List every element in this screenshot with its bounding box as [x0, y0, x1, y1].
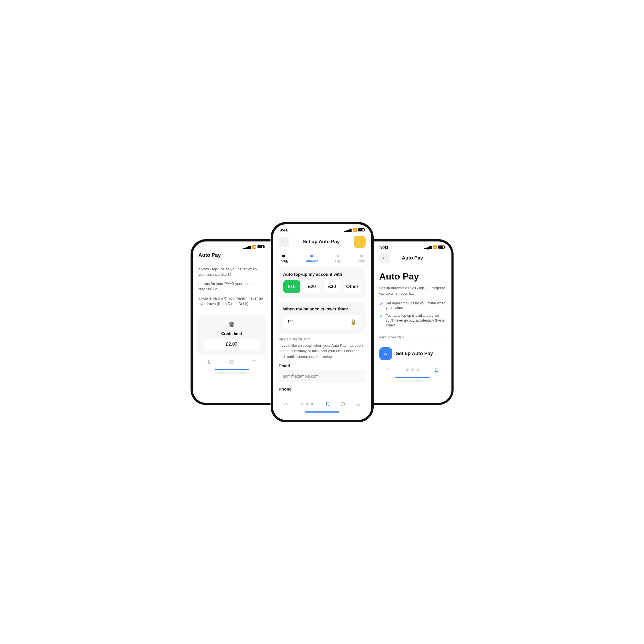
setup-auto-pay-button[interactable]: ∞ Set up Auto Pay: [374, 344, 451, 363]
left-page-title: Auto Pay: [199, 252, 221, 258]
auto-pay-title: Auto Pay: [379, 271, 446, 282]
bottom-nav-right: ⌂ ⚬⚬⚬ £: [374, 363, 451, 378]
step-label-energy: Energy: [279, 259, 289, 263]
status-bar-right: 9:41 ▂▄▆ 📶: [374, 241, 451, 251]
step-line-1: [288, 256, 306, 256]
trash-icon[interactable]: 🗑: [228, 320, 235, 328]
main-content-center: Auto top-up my account with: £10 £20 £30…: [273, 265, 371, 398]
signal-left: ▂▄▆: [243, 245, 251, 249]
topup-card-title: Auto top-up my account with:: [283, 272, 361, 277]
check-item-1: ✓ Set repeat top-ups for yo... meter whe…: [379, 301, 446, 311]
lock-icon: 🔒: [350, 319, 356, 325]
nav-title-center: Set up Auto Pay: [303, 239, 340, 245]
signal-right: ▂▄▆: [424, 245, 432, 249]
bottom-nav-left: £ ⊙ ≡: [193, 355, 271, 370]
setup-btn-icon: ∞: [379, 347, 392, 360]
nav-icon-pound-left[interactable]: £: [207, 358, 211, 366]
email-input[interactable]: [279, 370, 366, 383]
nav-icon-help-left[interactable]: ⊙: [229, 358, 234, 366]
check-item-2: ✓ Your auto top-up is paid ... card, so …: [379, 313, 446, 328]
phone-left: ▂▄▆ 📶 Auto Pay c PAYG top-ups so you nev…: [191, 239, 271, 405]
phone-right: 9:41 ▂▄▆ 📶 ← Auto Pay Auto Pay Set up au…: [374, 239, 454, 405]
nav-left: Auto Pay: [193, 250, 271, 261]
auto-pay-desc: Set up automatic PAYG top-u... forget to…: [379, 285, 446, 296]
step-dot-amount: [310, 255, 313, 257]
lightning-icon: ⚡: [356, 238, 363, 245]
battery-center: [358, 228, 364, 231]
nav-center: ← Set up Auto Pay ⚡: [273, 233, 371, 250]
nav-icon-pound-center[interactable]: £: [326, 401, 329, 408]
check-text-2: Your auto top-up is paid ... card, so yo…: [386, 313, 446, 328]
email-label: Email: [279, 363, 366, 368]
nav-icon-home-center[interactable]: ⌂: [284, 401, 288, 408]
status-bar-left: ▂▄▆ 📶: [193, 241, 271, 250]
wifi-center: 📶: [353, 228, 357, 232]
progress-steps: Energy Amount Pay Done: [273, 250, 371, 265]
left-body2: op-ups for your PAYG your balance reache…: [199, 281, 265, 292]
balance-input[interactable]: £2 🔒: [283, 315, 361, 329]
step-energy: Energy: [279, 255, 289, 263]
status-icons-center: ▂▄▆ 📶: [344, 228, 364, 232]
step-dot-energy: [282, 255, 285, 257]
phone-center: 9:41 ▂▄▆ 📶 ← Set up Auto Pay ⚡ Energy: [271, 222, 374, 422]
nav-icon-home-right[interactable]: ⌂: [387, 366, 390, 374]
checkmark-2: ✓: [379, 314, 383, 319]
step-label-pay: Pay: [335, 259, 340, 263]
step-label-done: Done: [358, 259, 365, 263]
receipt-text: If you'd like a receipt when your Auto P…: [279, 343, 366, 360]
credit-label: Credit limit: [221, 331, 242, 336]
bottom-nav-center: ⌂ ⚬⚬⚬ £ ⊙ ≡: [273, 398, 371, 413]
wifi-right: 📶: [433, 245, 437, 249]
setup-btn-label: Set up Auto Pay: [396, 351, 433, 356]
check-text-1: Set repeat top-ups for yo... meter when …: [386, 301, 446, 311]
nav-icon-help-center[interactable]: ⊙: [340, 401, 345, 408]
step-pay: Pay: [335, 255, 340, 263]
amount-btn-10[interactable]: £10: [283, 280, 301, 293]
balance-value: £2: [288, 319, 293, 324]
topup-card: Auto top-up my account with: £10 £20 £30…: [279, 267, 366, 298]
step-dot-done: [360, 255, 363, 257]
scene: ▂▄▆ 📶 Auto Pay c PAYG top-ups so you nev…: [165, 222, 479, 422]
nav-title-right: Auto Pay: [402, 255, 423, 261]
wifi-left: 📶: [252, 245, 256, 249]
checkmark-1: ✓: [379, 301, 383, 307]
battery-left: [257, 245, 264, 248]
checklist: ✓ Set repeat top-ups for yo... meter whe…: [379, 301, 446, 328]
left-body1: c PAYG top-ups so you never when your ba…: [199, 266, 265, 278]
nav-icon-nodes-right[interactable]: ⚬⚬⚬: [405, 366, 420, 374]
status-icons-right: ▂▄▆ 📶: [424, 245, 445, 249]
credit-value: £2.00: [203, 339, 260, 350]
balance-card: When my balance is lower than: £2 🔒: [279, 302, 366, 334]
left-body3: op-up is paid with your bank ll never go…: [199, 296, 265, 307]
step-label-amount: Amount: [306, 259, 318, 263]
step-dot-pay: [336, 255, 339, 257]
nav-icon-pound-right[interactable]: £: [435, 366, 438, 374]
infinity-icon: ∞: [384, 351, 387, 357]
amount-options: £10 £20 £30 Other: [283, 280, 361, 293]
lightning-button[interactable]: ⚡: [354, 236, 366, 248]
left-text-block: c PAYG top-ups so you never when your ba…: [193, 261, 271, 315]
balance-card-title: When my balance is lower than:: [283, 306, 361, 311]
time-right: 9:41: [381, 245, 389, 249]
nav-right: ← Auto Pay: [374, 251, 451, 265]
amount-btn-20[interactable]: £20: [303, 280, 321, 293]
nav-icon-menu-left[interactable]: ≡: [252, 358, 256, 366]
back-button-center[interactable]: ←: [279, 237, 289, 247]
time-center: 9:41: [280, 228, 288, 232]
amount-btn-other[interactable]: Other: [344, 280, 361, 293]
get-started-label: GET STARTED: [374, 336, 451, 339]
step-amount: Amount: [306, 255, 318, 263]
credit-card: 🗑 Credit limit £2.00: [197, 315, 266, 355]
status-icons-left: ▂▄▆ 📶: [243, 245, 264, 249]
amount-btn-30[interactable]: £30: [324, 280, 341, 293]
nav-icon-nodes-center[interactable]: ⚬⚬⚬: [299, 401, 314, 408]
auto-pay-hero: Auto Pay Set up automatic PAYG top-u... …: [374, 265, 451, 336]
back-button-right[interactable]: ←: [379, 253, 390, 263]
step-line-3: [340, 256, 358, 256]
phone-label: Phone: [279, 387, 366, 391]
receipt-section: NEED A RECEIPT? If you'd like a receipt …: [279, 338, 366, 396]
battery-right: [438, 245, 445, 249]
nav-icon-menu-center[interactable]: ≡: [356, 401, 360, 408]
status-bar-center: 9:41 ▂▄▆ 📶: [273, 224, 371, 233]
receipt-label: NEED A RECEIPT?: [279, 338, 366, 341]
